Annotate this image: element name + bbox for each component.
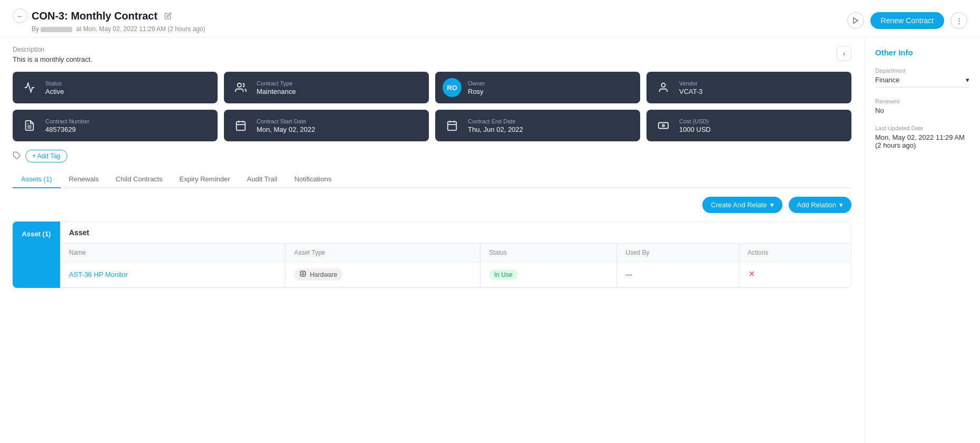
owner-card: RO Owner Rosy [435, 72, 640, 103]
back-button[interactable]: ← [13, 8, 27, 23]
tab-notifications[interactable]: Notifications [286, 171, 340, 188]
right-sidebar: Other Info Department Finance ▾ Renewed … [864, 37, 980, 443]
edit-title-button[interactable] [162, 9, 174, 22]
asset-section: Asset (1) Asset Name Asset Type Status U… [13, 222, 851, 288]
last-updated-value: Mon, May 02, 2022 11:29 AM(2 hours ago) [875, 133, 969, 149]
svg-rect-16 [300, 271, 305, 276]
status-value: Active [45, 88, 64, 95]
tags-row: + Add Tag [13, 150, 851, 162]
hardware-icon [299, 270, 307, 279]
cost-value: 1000 USD [679, 126, 711, 133]
page-subtitle: By at Mon, May 02, 2022 11:29 AM (2 hour… [32, 25, 205, 33]
create-and-relate-button[interactable]: Create And Relate ▾ [702, 197, 782, 213]
asset-used-by-cell: --- [617, 262, 739, 287]
chevron-down-icon: ▾ [966, 76, 969, 84]
pencil-icon [164, 12, 172, 20]
svg-rect-17 [302, 273, 304, 275]
asset-name-cell: AST-36 HP Monitor [61, 262, 286, 287]
svg-marker-0 [854, 18, 858, 24]
actions-row: Create And Relate ▾ Add Relation ▾ [13, 197, 851, 213]
start-date-label: Contract Start Date [257, 118, 315, 124]
contract-type-card: Contract Type Maintenance [224, 72, 429, 103]
status-card: Status Active [13, 72, 218, 103]
contract-type-label: Contract Type [257, 80, 296, 86]
owner-label: Owner [468, 80, 485, 86]
forward-button[interactable] [847, 12, 864, 29]
header-right: Renew Contract ⋮ [847, 12, 967, 29]
col-status: Status [480, 244, 616, 262]
svg-rect-9 [448, 122, 457, 131]
svg-point-2 [661, 83, 665, 87]
other-info-title: Other Info [875, 48, 969, 57]
end-date-label: Contract End Date [468, 118, 523, 124]
col-asset-type: Asset Type [286, 244, 481, 262]
asset-status-badge: In Use [489, 269, 518, 280]
contract-number-icon [20, 116, 39, 135]
description-text: This is a monthly contract. [13, 55, 851, 63]
tabs-row: Assets (1) Renewals Child Contracts Expi… [13, 171, 851, 188]
col-name: Name [61, 244, 286, 262]
svg-point-14 [662, 124, 664, 127]
contract-number-label: Contract Number [45, 118, 90, 124]
description-label: Description [13, 46, 851, 53]
add-relation-chevron: ▾ [839, 201, 843, 209]
subtitle-by: By [32, 25, 39, 33]
left-content: Description This is a monthly contract. … [0, 37, 864, 443]
asset-status-cell: In Use [480, 262, 616, 287]
asset-type-label: Hardware [310, 271, 337, 278]
forward-icon [852, 17, 859, 24]
expand-description-button[interactable]: › [837, 46, 851, 61]
asset-type-cell: Hardware [286, 262, 481, 287]
tag-icon [13, 151, 21, 161]
header-left: ← CON-3: Monthly Contract By at Mon, May… [13, 8, 205, 33]
last-updated-label: Last Updated Date [875, 125, 969, 131]
tab-assets[interactable]: Assets (1) [13, 171, 61, 188]
asset-table: Name Asset Type Status Used By Actions A… [61, 244, 851, 287]
tab-renewals[interactable]: Renewals [61, 171, 107, 188]
vendor-icon [654, 78, 673, 97]
vendor-card: Vendor VCAT-3 [646, 72, 851, 103]
delete-asset-button[interactable] [748, 271, 756, 280]
renewed-field: Renewed No [875, 98, 969, 114]
renewed-value: No [875, 107, 969, 114]
department-select[interactable]: Finance ▾ [875, 76, 969, 88]
svg-point-1 [238, 83, 241, 87]
contract-number-card: Contract Number 48573629 [13, 110, 218, 141]
add-tag-button[interactable]: + Add Tag [25, 150, 67, 162]
asset-sidebar: Asset (1) [13, 222, 60, 288]
description-section: Description This is a monthly contract. … [13, 46, 851, 63]
owner-value: Rosy [468, 88, 485, 95]
tab-expiry-reminder[interactable]: Expiry Reminder [171, 171, 238, 188]
renew-contract-button[interactable]: Renew Contract [870, 12, 944, 29]
page-title: CON-3: Monthly Contract [32, 10, 158, 22]
table-row: AST-36 HP Monitor Hardware [61, 262, 851, 287]
add-relation-button[interactable]: Add Relation ▾ [789, 197, 851, 213]
asset-table-wrapper: Asset Name Asset Type Status Used By Act… [60, 222, 851, 288]
info-cards-grid: Status Active Contract Type Maintenance [13, 72, 851, 141]
ellipsis-icon: ⋮ [956, 17, 963, 25]
create-relate-chevron: ▾ [770, 201, 774, 209]
svg-rect-13 [659, 123, 668, 129]
svg-rect-5 [237, 122, 246, 131]
asset-name-link[interactable]: AST-36 HP Monitor [69, 271, 128, 278]
status-icon [20, 78, 39, 97]
page-header: ← CON-3: Monthly Contract By at Mon, May… [0, 0, 980, 37]
contract-type-icon [231, 78, 250, 97]
add-relation-label: Add Relation [797, 201, 836, 209]
owner-avatar: RO [443, 78, 462, 97]
cost-icon [654, 116, 673, 135]
asset-sidebar-label: Asset (1) [22, 230, 51, 238]
col-actions: Actions [739, 244, 851, 262]
tab-child-contracts[interactable]: Child Contracts [107, 171, 171, 188]
department-value: Finance [875, 76, 899, 84]
subtitle-time: at Mon, May 02, 2022 11:29 AM (2 hours a… [76, 25, 205, 33]
vendor-label: Vendor [679, 80, 703, 86]
create-relate-label: Create And Relate [711, 201, 767, 209]
contract-type-value: Maintenance [257, 88, 296, 95]
more-options-button[interactable]: ⋮ [950, 12, 967, 29]
tab-audit-trail[interactable]: Audit Trail [239, 171, 286, 188]
end-date-card: Contract End Date Thu, Jun 02, 2022 [435, 110, 640, 141]
status-label: Status [45, 80, 64, 86]
vendor-value: VCAT-3 [679, 88, 703, 95]
end-date-icon [443, 116, 462, 135]
